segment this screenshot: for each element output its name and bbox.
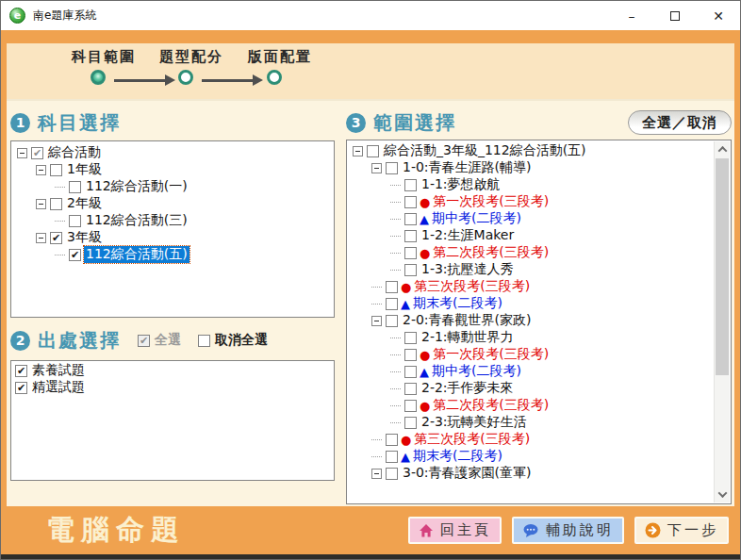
tree-item[interactable]: ✔3年級 bbox=[11, 229, 334, 246]
tree-item[interactable]: 2年級 bbox=[11, 195, 334, 212]
tree-item[interactable]: 1年級 bbox=[11, 161, 334, 178]
tree-item-checkbox[interactable] bbox=[386, 434, 398, 446]
tree-item[interactable]: 1-2:生涯Maker bbox=[347, 227, 714, 244]
list-item-label[interactable]: 精選試題 bbox=[30, 379, 87, 396]
tree-item-checkbox[interactable] bbox=[404, 400, 417, 412]
tree-item-label[interactable]: 第一次段考(三段考) bbox=[431, 193, 551, 210]
tree-item[interactable]: 1-1:夢想啟航 bbox=[347, 176, 714, 193]
expand-collapse-icon[interactable] bbox=[353, 146, 363, 156]
tree-item[interactable]: 2-3:玩轉美好生活 bbox=[347, 414, 714, 431]
tree-item-checkbox[interactable] bbox=[404, 213, 417, 225]
tree-item[interactable]: 3-0:青春護家園(童軍) bbox=[347, 465, 714, 482]
tree-item-checkbox[interactable] bbox=[69, 215, 81, 227]
scroll-up-icon[interactable] bbox=[715, 141, 731, 157]
subject-tree-panel[interactable]: ✔綜合活動1年級112綜合活動(一)2年級112綜合活動(三)✔3年級✔112綜… bbox=[10, 140, 335, 318]
tree-item-label[interactable]: 3-0:青春護家園(童軍) bbox=[401, 465, 534, 482]
tree-item-checkbox[interactable] bbox=[386, 468, 398, 480]
list-item-checkbox[interactable]: ✔ bbox=[15, 365, 27, 377]
tree-item-checkbox[interactable] bbox=[404, 417, 417, 429]
tree-item[interactable]: 2-2:手作夢未來 bbox=[347, 380, 714, 397]
scrollbar-thumb[interactable] bbox=[716, 158, 729, 375]
tree-item[interactable]: 112綜合活動(三) bbox=[11, 212, 334, 229]
tree-item[interactable]: ●第三次段考(三段考) bbox=[347, 431, 714, 448]
tree-item-checkbox[interactable] bbox=[386, 281, 398, 293]
tree-item-checkbox[interactable] bbox=[386, 451, 398, 463]
expand-collapse-icon[interactable] bbox=[36, 165, 46, 175]
tree-item-label[interactable]: 綜合活動 bbox=[46, 144, 103, 161]
tree-item[interactable]: ●第三次段考(三段考) bbox=[347, 278, 714, 295]
tree-item[interactable]: 綜合活動_3年級_112綜合活動(五) bbox=[347, 142, 714, 159]
tree-item-checkbox[interactable] bbox=[386, 162, 398, 174]
tree-item-label[interactable]: 期末考(二段考) bbox=[411, 295, 504, 312]
tree-item-checkbox[interactable]: ✔ bbox=[50, 232, 62, 244]
range-tree-panel[interactable]: 綜合活動_3年級_112綜合活動(五)1-0:青春生涯路(輔導)1-1:夢想啟航… bbox=[346, 140, 732, 504]
tree-item-checkbox[interactable] bbox=[50, 198, 62, 210]
tree-item-label[interactable]: 綜合活動_3年級_112綜合活動(五) bbox=[382, 142, 588, 159]
tree-item-checkbox[interactable] bbox=[404, 247, 417, 259]
tree-item-checkbox[interactable]: ✔ bbox=[31, 147, 43, 159]
tree-item-checkbox[interactable] bbox=[404, 230, 417, 242]
tree-item-checkbox[interactable] bbox=[386, 298, 398, 310]
toggle-all-button[interactable]: 全選／取消 bbox=[628, 110, 732, 135]
tree-item[interactable]: ✔112綜合活動(五) bbox=[11, 246, 334, 263]
tree-item-label[interactable]: 期中考(二段考) bbox=[430, 210, 523, 227]
tree-item[interactable]: ▲期中考(二段考) bbox=[347, 363, 714, 380]
tree-item-label[interactable]: 1-3:抗壓達人秀 bbox=[420, 261, 516, 278]
tree-item-label[interactable]: 第二次段考(三段考) bbox=[431, 397, 551, 414]
tree-item-label[interactable]: 1年級 bbox=[65, 161, 104, 178]
tree-item-label[interactable]: 2-2:手作夢未來 bbox=[420, 380, 516, 397]
list-item[interactable]: ✔素養試題 bbox=[11, 362, 334, 379]
home-button[interactable]: 回主頁 bbox=[408, 517, 502, 544]
tree-item-checkbox[interactable] bbox=[404, 349, 417, 361]
tree-item-label[interactable]: 第三次段考(三段考) bbox=[412, 431, 532, 448]
tree-item-checkbox[interactable] bbox=[386, 315, 398, 327]
tree-item[interactable]: ●第二次段考(三段考) bbox=[347, 397, 714, 414]
tree-item[interactable]: ▲期中考(二段考) bbox=[347, 210, 714, 227]
tree-item-label[interactable]: 2-0:青春觀世界(家政) bbox=[401, 312, 534, 329]
tree-item-label[interactable]: 1-2:生涯Maker bbox=[420, 227, 516, 244]
tree-item[interactable]: ✔綜合活動 bbox=[11, 144, 334, 161]
tree-item-label[interactable]: 112綜合活動(一) bbox=[84, 178, 189, 195]
tree-item-label[interactable]: 第三次段考(三段考) bbox=[412, 278, 532, 295]
tree-item-label[interactable]: 112綜合活動(五) bbox=[84, 246, 189, 263]
expand-collapse-icon[interactable] bbox=[17, 148, 27, 158]
tree-item-checkbox[interactable] bbox=[404, 366, 417, 378]
tree-item-label[interactable]: 第二次段考(三段考) bbox=[431, 244, 551, 261]
select-all-checkbox[interactable]: ✔ bbox=[138, 335, 150, 347]
close-button[interactable]: ✕ bbox=[697, 1, 740, 30]
tree-item-checkbox[interactable] bbox=[404, 196, 417, 208]
tree-item-checkbox[interactable] bbox=[69, 181, 81, 193]
list-item-checkbox[interactable]: ✔ bbox=[15, 382, 27, 394]
scrollbar[interactable] bbox=[714, 141, 730, 502]
tree-item-label[interactable]: 1-1:夢想啟航 bbox=[420, 176, 502, 193]
list-item-label[interactable]: 素養試題 bbox=[30, 362, 87, 379]
expand-collapse-icon[interactable] bbox=[371, 316, 382, 326]
list-item[interactable]: ✔精選試題 bbox=[11, 379, 334, 396]
source-list-panel[interactable]: ✔素養試題✔精選試題 bbox=[10, 360, 335, 481]
tree-item-label[interactable]: 2-1:轉動世界力 bbox=[420, 329, 516, 346]
tree-item-checkbox[interactable]: ✔ bbox=[69, 249, 81, 261]
deselect-all-checkbox[interactable] bbox=[198, 335, 210, 347]
tree-item[interactable]: 2-0:青春觀世界(家政) bbox=[347, 312, 714, 329]
tree-item-label[interactable]: 112綜合活動(三) bbox=[84, 212, 189, 229]
expand-collapse-icon[interactable] bbox=[36, 233, 46, 243]
tree-item[interactable]: ●第一次段考(三段考) bbox=[347, 193, 714, 210]
minimize-button[interactable]: – bbox=[610, 1, 653, 30]
tree-item[interactable]: 1-0:青春生涯路(輔導) bbox=[347, 159, 714, 176]
expand-collapse-icon[interactable] bbox=[371, 163, 382, 173]
tree-item-label[interactable]: 第一次段考(三段考) bbox=[431, 346, 551, 363]
expand-collapse-icon[interactable] bbox=[36, 199, 46, 209]
maximize-button[interactable] bbox=[653, 1, 697, 30]
tree-item-checkbox[interactable] bbox=[367, 145, 379, 157]
help-button[interactable]: 輔助說明 bbox=[512, 517, 624, 544]
tree-item-label[interactable]: 2年級 bbox=[65, 195, 104, 212]
scroll-down-icon[interactable] bbox=[715, 486, 731, 502]
tree-item[interactable]: ●第二次段考(三段考) bbox=[347, 244, 714, 261]
tree-item-label[interactable]: 2-3:玩轉美好生活 bbox=[420, 414, 529, 431]
tree-item-checkbox[interactable] bbox=[404, 383, 417, 395]
tree-item[interactable]: 112綜合活動(一) bbox=[11, 178, 334, 195]
tree-item[interactable]: 2-1:轉動世界力 bbox=[347, 329, 714, 346]
tree-item[interactable]: ●第一次段考(三段考) bbox=[347, 346, 714, 363]
expand-collapse-icon[interactable] bbox=[371, 469, 382, 479]
tree-item[interactable]: ▲期末考(二段考) bbox=[347, 448, 714, 465]
